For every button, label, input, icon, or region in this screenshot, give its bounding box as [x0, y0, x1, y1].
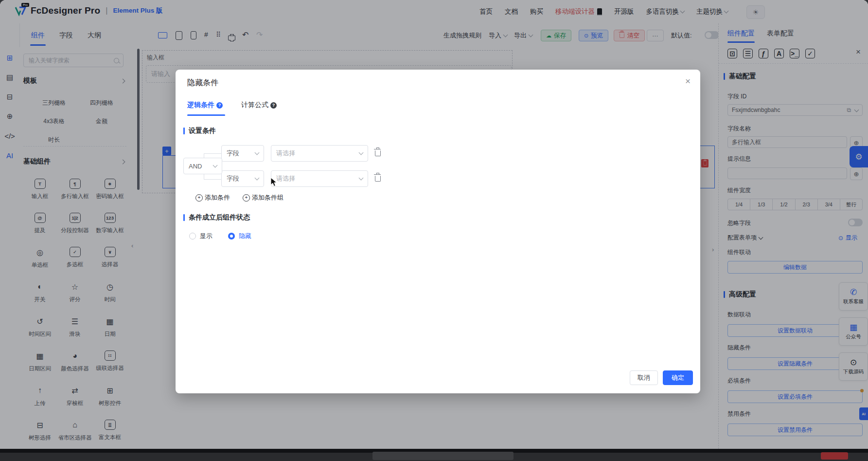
chevron-down-icon: [255, 150, 260, 155]
hide-condition-dialog: 隐藏条件 × 逻辑条件?计算公式? 设置条件 AND 字段请选择字段请选择 +添…: [176, 70, 700, 393]
radio-label: 显示: [200, 232, 213, 240]
select-value: 字段: [227, 149, 239, 158]
radio-icon: [228, 233, 235, 240]
dialog-tabs: 逻辑条件?计算公式?: [187, 101, 277, 110]
radio-label: 隐藏: [239, 232, 251, 240]
help-question-icon[interactable]: ?: [270, 102, 277, 109]
dialog-tab-label: 计算公式: [241, 101, 268, 110]
dialog-tab-逻辑条件[interactable]: 逻辑条件?: [187, 101, 223, 110]
condition-rows: 字段请选择字段请选择: [221, 145, 381, 187]
condition-value-select[interactable]: 请选择: [271, 170, 368, 187]
condition-row: 字段请选择: [221, 145, 381, 162]
add-condition-link[interactable]: +添加条件: [195, 193, 230, 202]
select-placeholder: 请选择: [276, 149, 295, 158]
delete-condition-icon[interactable]: [375, 176, 381, 182]
state-radio-隐藏[interactable]: 隐藏: [228, 232, 251, 240]
dialog-title: 隐藏条件: [187, 78, 218, 88]
dialog-tab-计算公式[interactable]: 计算公式?: [241, 101, 277, 110]
condition-type-select[interactable]: 字段: [221, 145, 264, 162]
state-section-header: 条件成立后组件状态: [183, 213, 250, 222]
chevron-down-icon: [255, 176, 260, 181]
delete-condition-icon[interactable]: [375, 150, 381, 156]
state-radio-group: 显示隐藏: [189, 232, 251, 240]
condition-row: 字段请选择: [221, 170, 381, 187]
state-radio-显示[interactable]: 显示: [189, 232, 213, 240]
mouse-cursor: [270, 177, 279, 187]
chevron-down-icon: [359, 150, 364, 155]
chevron-down-icon: [213, 163, 218, 168]
set-condition-header: 设置条件: [183, 127, 216, 135]
select-value: 字段: [227, 174, 239, 183]
radio-icon: [189, 233, 196, 240]
logic-operator-select[interactable]: AND: [183, 158, 222, 174]
plus-circle-icon: +: [243, 194, 250, 202]
add-links: +添加条件 +添加条件组: [195, 193, 283, 202]
cancel-button[interactable]: 取消: [630, 370, 658, 385]
chevron-down-icon: [359, 176, 364, 181]
confirm-button[interactable]: 确定: [663, 370, 693, 385]
dialog-tab-label: 逻辑条件: [187, 101, 214, 110]
plus-circle-icon: +: [195, 194, 203, 202]
app-window: FcDesigner Pro | Element Plus 版 Pro 首页文档…: [0, 0, 868, 461]
active-tab-underline: [187, 114, 225, 116]
help-question-icon[interactable]: ?: [216, 102, 223, 109]
close-icon[interactable]: ×: [685, 76, 691, 86]
condition-value-select[interactable]: 请选择: [271, 145, 368, 162]
condition-type-select[interactable]: 字段: [221, 170, 264, 187]
add-condition-group-link[interactable]: +添加条件组: [243, 193, 283, 202]
